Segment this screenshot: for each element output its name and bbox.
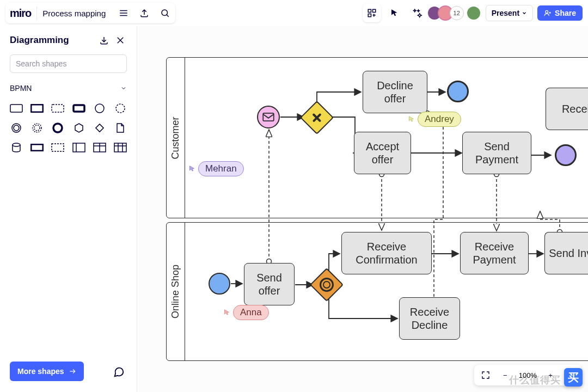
board-name[interactable]: Process mapping (36, 7, 111, 20)
zoom-in-button[interactable]: + (542, 367, 559, 383)
present-button[interactable]: Present (486, 5, 533, 21)
cursor-mehran: Mehran (188, 161, 244, 176)
svg-marker-26 (75, 124, 83, 132)
shape-table-2[interactable] (91, 139, 108, 156)
corner-badge[interactable]: 买 (564, 368, 583, 387)
share-label: Share (555, 9, 576, 17)
shape-double-circle-dashed[interactable] (28, 120, 46, 136)
menu-icon[interactable] (114, 4, 133, 22)
shape-table-3[interactable] (112, 139, 129, 156)
zoom-out-button[interactable]: − (497, 367, 513, 383)
svg-rect-17 (52, 105, 64, 112)
import-icon[interactable] (97, 34, 111, 47)
more-shapes-label: More shapes (17, 367, 64, 376)
svg-rect-18 (74, 105, 84, 112)
shape-rect-dashed[interactable] (49, 100, 66, 117)
task-receive-confirmation[interactable]: Receive Confirmation (341, 232, 432, 274)
task-send-payment[interactable]: Send Payment (462, 132, 531, 174)
end-event-blue[interactable] (447, 81, 469, 102)
shape-hexagon[interactable] (70, 120, 88, 136)
svg-rect-29 (31, 144, 43, 151)
canvas[interactable]: Customer Online Shop (137, 26, 588, 392)
category-label: BPMN (10, 84, 120, 93)
svg-point-9 (546, 10, 548, 13)
cursor-icon (408, 115, 415, 123)
cursor-anna: Anna (223, 305, 269, 320)
svg-line-5 (167, 15, 169, 17)
shape-datastore[interactable] (8, 139, 25, 156)
message-start-event[interactable] (257, 106, 280, 128)
shape-subprocess[interactable] (28, 139, 46, 156)
person-plus-icon (544, 9, 552, 17)
svg-rect-65 (263, 113, 274, 121)
cursor-label: Mehran (198, 161, 244, 176)
miro-logo[interactable]: miro (7, 7, 34, 20)
zoom-level[interactable]: 100% (517, 371, 539, 379)
cursor-andrey: Andrey (408, 112, 461, 127)
close-icon[interactable] (114, 34, 127, 47)
shape-document[interactable] (112, 120, 129, 136)
cursor-label: Anna (233, 305, 269, 320)
svg-point-23 (33, 124, 41, 132)
collaborator-avatars[interactable]: 12 (431, 5, 481, 21)
svg-rect-7 (372, 9, 375, 12)
more-shapes-button[interactable]: More shapes (10, 362, 84, 381)
search-icon[interactable] (156, 4, 174, 22)
svg-rect-31 (73, 143, 85, 152)
shape-circle[interactable] (91, 100, 108, 117)
svg-rect-8 (368, 14, 371, 17)
top-right: 12 Present Share (363, 4, 583, 22)
chevron-down-icon (522, 10, 527, 16)
task-decline-offer[interactable]: Decline offer (363, 71, 427, 113)
task-send-invoice[interactable]: Send Invoic (544, 232, 588, 274)
search-shapes-input[interactable]: Search shapes (10, 54, 127, 73)
svg-point-24 (34, 125, 40, 131)
svg-point-19 (95, 104, 104, 113)
avatar[interactable] (466, 5, 481, 21)
shape-rect[interactable] (8, 100, 25, 117)
top-bar: miro Process mapping 12 Present Share (0, 0, 588, 26)
shape-rect-thick[interactable] (70, 100, 88, 117)
task-receive-decline[interactable]: Receive Decline (399, 297, 460, 340)
board-chip: miro Process mapping (5, 3, 175, 23)
svg-point-25 (53, 124, 62, 132)
svg-point-22 (14, 125, 19, 131)
svg-point-4 (162, 10, 168, 16)
task-accept-offer[interactable]: Accept offer (354, 132, 411, 174)
cursor-label: Andrey (418, 112, 461, 127)
task-receive-payment[interactable]: Receive Payment (460, 232, 529, 274)
gateway-exclusive[interactable] (305, 106, 329, 130)
intermediate-event-purple[interactable] (555, 144, 577, 166)
svg-point-28 (13, 143, 20, 146)
cursor-icon (188, 165, 196, 173)
category-bpmn[interactable]: BPMN (0, 81, 137, 96)
shape-ring[interactable] (49, 120, 66, 136)
present-label: Present (492, 9, 519, 17)
svg-rect-15 (10, 105, 22, 112)
fit-icon[interactable] (477, 367, 494, 383)
shape-circle-dashed[interactable] (112, 100, 129, 117)
svg-rect-36 (114, 143, 126, 152)
export-icon[interactable] (135, 4, 154, 22)
panel-title: Diagramming (10, 35, 94, 46)
task-receive-top[interactable]: Receiv (546, 88, 588, 130)
apps-icon[interactable] (363, 4, 381, 22)
task-send-offer[interactable]: Send offer (244, 263, 295, 305)
cursor-icon[interactable] (385, 4, 404, 22)
start-event-blue[interactable] (209, 273, 230, 295)
svg-rect-30 (52, 144, 64, 151)
gateway-event-based[interactable] (315, 273, 339, 297)
shape-subprocess-dashed[interactable] (49, 139, 66, 156)
comments-icon[interactable] (111, 364, 127, 380)
avatar-more-count[interactable]: 12 (450, 6, 464, 20)
shape-diamond[interactable] (91, 120, 108, 136)
shape-rect-bold[interactable] (28, 100, 46, 117)
diagramming-panel: Diagramming Search shapes BPMN More shap… (0, 26, 137, 392)
pool-label-customer: Customer (167, 58, 185, 218)
share-button[interactable]: Share (537, 5, 583, 21)
magic-icon[interactable] (408, 4, 427, 22)
shape-double-circle[interactable] (8, 120, 25, 136)
cursor-icon (223, 309, 231, 316)
shape-subprocess-left[interactable] (70, 139, 88, 156)
chevron-down-icon (120, 85, 127, 91)
